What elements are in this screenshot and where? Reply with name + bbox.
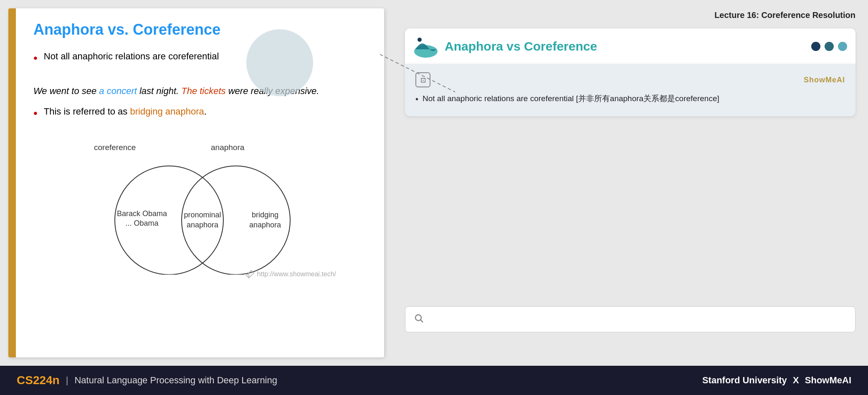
lecture-title: Lecture 16: Coreference Resolution <box>405 8 855 20</box>
dot-2 <box>825 42 834 51</box>
right-panel: Lecture 16: Coreference Resolution Anaph… <box>392 0 868 366</box>
bullet-dot-2: • <box>33 106 38 120</box>
venn-label-coreference: coreference <box>94 143 136 152</box>
bullet-text-2: This is referred to as bridging anaphora… <box>44 106 207 117</box>
course-code: CS224n <box>17 374 60 387</box>
svg-text:anaphora: anaphora <box>249 221 281 229</box>
svg-line-12 <box>421 320 423 323</box>
dot-3 <box>838 42 847 51</box>
bottom-bar: CS224n | Natural Language Processing wit… <box>0 366 868 395</box>
watermark-text: http://www.showmeai.tech/ <box>257 270 336 278</box>
search-container <box>405 306 855 332</box>
svg-text:... Obama: ... Obama <box>125 219 159 227</box>
ai-card-header: ⊡ ShowMeAI <box>415 72 845 87</box>
watermark: http://www.showmeai.tech/ <box>245 270 336 279</box>
x-separator: X <box>793 375 799 385</box>
slide-preview-header: Anaphora vs Coreference <box>405 28 855 64</box>
bottom-description: Natural Language Processing with Deep Le… <box>74 375 277 386</box>
venn-label-anaphora: anaphora <box>211 143 244 152</box>
content-area: Anaphora vs. Coreference • Not all anaph… <box>0 0 868 366</box>
search-box[interactable] <box>405 306 855 332</box>
balloon-circle <box>246 29 313 96</box>
concert-link: a concert <box>99 86 137 96</box>
search-icon <box>414 313 424 326</box>
dot-1 <box>811 42 820 51</box>
slide-panel: Anaphora vs. Coreference • Not all anaph… <box>8 8 384 357</box>
example-text: We went to see a concert last night. The… <box>33 84 363 98</box>
preview-logo <box>413 35 438 58</box>
ai-bullet-dot: • <box>415 92 418 106</box>
svg-point-1 <box>182 166 290 275</box>
svg-point-10 <box>418 38 422 42</box>
svg-text:bridging: bridging <box>252 211 278 219</box>
svg-text:anaphora: anaphora <box>187 221 219 229</box>
preview-dots <box>811 42 847 51</box>
bullet-text-1: Not all anaphoric relations are corefere… <box>44 51 219 62</box>
bullet-list-2: • This is referred to as bridging anapho… <box>33 106 363 127</box>
slide-left-bar <box>8 8 16 357</box>
bottom-right: Stanford University X ShowMeAI <box>702 375 851 386</box>
ai-bullet: • Not all anaphoric relations are corefe… <box>415 92 845 106</box>
bullet-dot-1: • <box>33 51 38 65</box>
svg-point-11 <box>415 315 421 321</box>
ai-icon-symbol: ⊡ <box>420 76 426 84</box>
watermark-icon <box>245 270 255 279</box>
bullet-item-2: • This is referred to as bridging anapho… <box>33 106 363 120</box>
bullet2-prefix: This is referred to as <box>44 106 130 117</box>
showmeai-brand: ShowMeAI <box>804 76 845 84</box>
svg-text:pronominal: pronominal <box>184 211 221 219</box>
example-prefix: We went to see <box>33 86 99 96</box>
ai-content-text: Not all anaphoric relations are corefere… <box>423 92 719 105</box>
bullet-item-1: • Not all anaphoric relations are corefe… <box>33 51 363 65</box>
tickets-link: The tickets <box>181 86 225 96</box>
stanford-text: Stanford University <box>702 375 787 385</box>
bottom-separator: | <box>66 375 68 386</box>
slide-title: Anaphora vs. Coreference <box>33 21 363 38</box>
showmeai-footer-text: ShowMeAI <box>805 375 851 385</box>
bullet2-suffix: . <box>204 106 207 117</box>
venn-svg: Barack Obama ... Obama pronominal anapho… <box>73 155 332 275</box>
venn-diagram: coreference anaphora Barack Obama ... Ob… <box>56 143 340 277</box>
svg-text:Barack Obama: Barack Obama <box>117 209 167 218</box>
preview-title: Anaphora vs Coreference <box>445 39 811 54</box>
ai-content: • Not all anaphoric relations are corefe… <box>415 92 845 106</box>
ai-icon: ⊡ <box>415 72 430 87</box>
main-container: Anaphora vs. Coreference • Not all anaph… <box>0 0 868 395</box>
search-input[interactable] <box>428 315 847 324</box>
bullet-list: • Not all anaphoric relations are corefe… <box>33 51 363 71</box>
ai-card: ⊡ ShowMeAI • Not all anaphoric relations… <box>405 64 855 116</box>
preview-logo-svg <box>413 35 438 58</box>
example-middle: last night. <box>137 86 181 96</box>
bridging-link: bridging anaphora <box>130 106 204 117</box>
